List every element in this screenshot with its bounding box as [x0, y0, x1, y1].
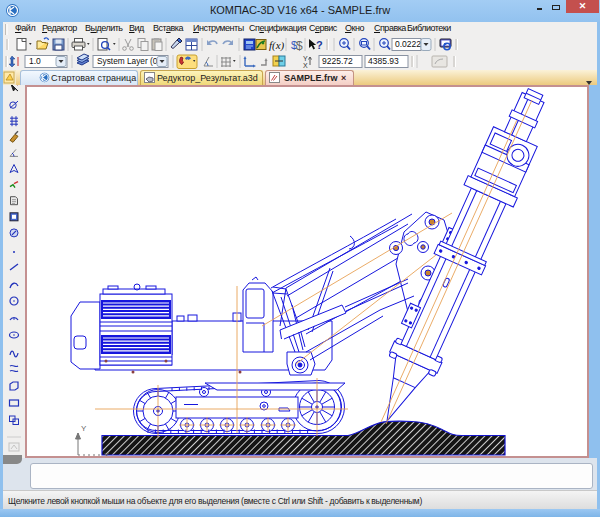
svg-text:Y: Y	[81, 424, 87, 433]
svg-text:System Layer (0): System Layer (0)	[97, 56, 160, 66]
svg-text:$: $	[296, 39, 303, 53]
svg-text:4385.93: 4385.93	[368, 56, 399, 66]
svg-text:Y: Y	[303, 55, 308, 62]
svg-text:?: ?	[316, 39, 323, 51]
svg-text:9225.72: 9225.72	[322, 56, 353, 66]
svg-text:1.0: 1.0	[29, 56, 41, 66]
svg-text:f(x): f(x)	[269, 39, 285, 52]
svg-text:0.0222: 0.0222	[395, 39, 421, 49]
svg-text:X: X	[104, 451, 110, 456]
svg-text:X: X	[303, 62, 308, 69]
